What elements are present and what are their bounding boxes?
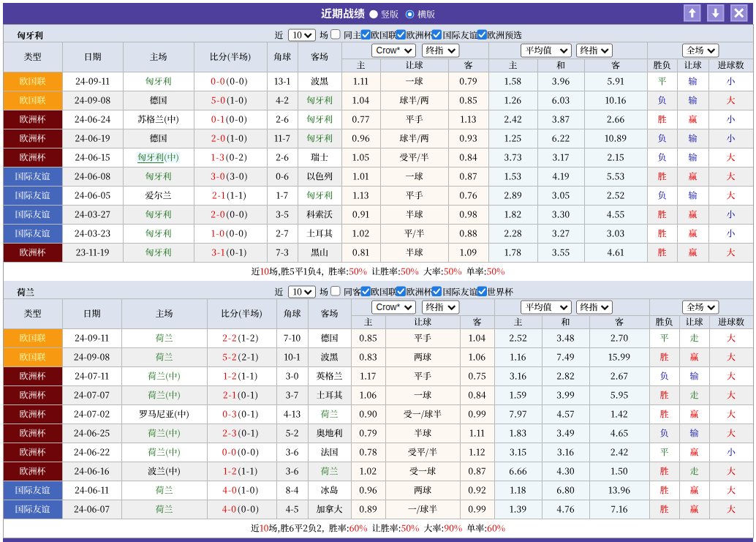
svg-text:Crow*: Crow* [377,302,401,312]
svg-text:Crow*: Crow* [377,45,401,56]
